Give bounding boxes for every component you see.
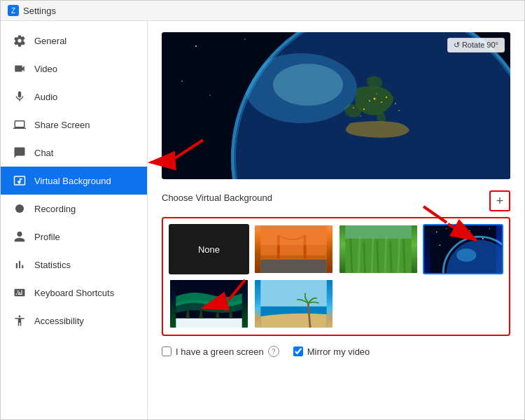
sidebar: General Video Audio Sha <box>1 21 148 419</box>
sidebar-chat-label: Chat <box>34 148 53 158</box>
svg-point-20 <box>369 100 370 102</box>
sidebar-audio-label: Audio <box>34 92 57 102</box>
svg-point-58 <box>456 248 476 262</box>
share-screen-icon <box>12 117 27 132</box>
bg-thumb-golden-gate[interactable] <box>253 224 334 274</box>
svg-point-0 <box>15 204 24 213</box>
svg-point-51 <box>456 234 457 236</box>
svg-point-26 <box>360 115 361 117</box>
rotate-button[interactable]: ↺ Rotate 90° <box>447 38 505 52</box>
svg-point-25 <box>398 110 400 111</box>
bg-thumb-green-field[interactable] <box>338 224 419 274</box>
help-icon[interactable]: ? <box>268 346 279 357</box>
titlebar: Z Settings <box>1 1 524 21</box>
app-icon: Z <box>8 5 19 16</box>
svg-point-18 <box>381 102 382 103</box>
accessibility-icon <box>12 313 27 328</box>
gear-icon <box>12 33 27 48</box>
svg-rect-60 <box>176 318 241 328</box>
sidebar-keyboard-shortcuts-label: Keyboard Shortcuts <box>34 288 114 298</box>
svg-point-10 <box>209 94 210 95</box>
virtual-background-icon <box>12 173 27 188</box>
svg-point-2 <box>195 46 197 47</box>
video-icon <box>12 61 27 76</box>
svg-point-30 <box>273 64 343 106</box>
keyboard-shortcuts-icon <box>12 285 27 300</box>
sidebar-item-chat[interactable]: Chat <box>1 139 147 167</box>
sidebar-video-label: Video <box>34 64 57 74</box>
choose-label: Choose Virtual Background <box>162 192 272 203</box>
mirror-video-checkbox[interactable] <box>293 346 303 356</box>
sidebar-general-label: General <box>34 36 66 46</box>
sidebar-item-profile[interactable]: Profile <box>1 223 147 251</box>
background-grid: None <box>162 217 510 336</box>
svg-point-50 <box>446 228 447 229</box>
bg-thumb-beach[interactable] <box>253 279 334 329</box>
bg-thumb-aurora[interactable] <box>169 279 249 329</box>
recording-icon <box>12 201 27 216</box>
sidebar-item-accessibility[interactable]: Accessibility <box>1 307 147 335</box>
sidebar-item-statistics[interactable]: Statistics <box>1 251 147 279</box>
footer-controls: I have a green screen ? Mirror my video <box>162 346 510 357</box>
svg-point-3 <box>244 38 246 40</box>
svg-line-44 <box>391 241 392 273</box>
statistics-icon <box>12 257 27 272</box>
svg-rect-47 <box>345 225 411 239</box>
svg-rect-35 <box>260 260 326 273</box>
sidebar-item-share-screen[interactable]: Share Screen <box>1 111 147 139</box>
green-screen-checkbox[interactable] <box>162 346 172 356</box>
sidebar-statistics-label: Statistics <box>34 260 71 270</box>
bg-thumb-space[interactable] <box>423 224 503 274</box>
svg-point-23 <box>353 107 354 108</box>
svg-point-54 <box>489 228 490 229</box>
sidebar-item-recording[interactable]: Recording <box>1 195 147 223</box>
preview-area: ↺ Rotate 90° <box>162 32 510 179</box>
background-grid-wrapper: None <box>162 217 510 336</box>
sidebar-virtual-background-label: Virtual Background <box>34 176 111 186</box>
svg-line-45 <box>398 238 400 273</box>
svg-rect-36 <box>260 225 326 245</box>
mirror-video-label[interactable]: Mirror my video <box>293 346 370 357</box>
svg-line-42 <box>377 240 379 273</box>
svg-line-40 <box>364 242 365 273</box>
sidebar-item-video[interactable]: Video <box>1 55 147 83</box>
window-title: Settings <box>23 6 56 16</box>
svg-point-55 <box>440 245 441 246</box>
svg-point-24 <box>395 103 396 104</box>
sidebar-share-screen-label: Share Screen <box>34 120 90 130</box>
sidebar-recording-label: Recording <box>34 204 76 214</box>
settings-window: Z Settings General Video <box>0 0 525 420</box>
sidebar-profile-label: Profile <box>34 232 60 242</box>
audio-icon <box>12 89 27 104</box>
svg-line-43 <box>385 236 386 273</box>
svg-line-41 <box>372 237 373 273</box>
svg-line-39 <box>358 235 360 273</box>
svg-point-17 <box>374 98 376 100</box>
svg-point-52 <box>469 230 470 231</box>
svg-point-21 <box>386 97 387 98</box>
sidebar-item-virtual-background[interactable]: Virtual Background <box>1 167 147 195</box>
green-screen-label[interactable]: I have a green screen ? <box>162 346 279 357</box>
svg-point-22 <box>376 93 377 94</box>
profile-icon <box>12 229 27 244</box>
content-area: General Video Audio Sha <box>1 21 524 419</box>
chat-icon <box>12 145 27 160</box>
main-content: ↺ Rotate 90° Choose Virtual Background +… <box>148 21 524 419</box>
svg-point-9 <box>181 80 183 82</box>
svg-line-46 <box>403 239 405 273</box>
add-background-button[interactable]: + <box>489 190 510 211</box>
sidebar-item-general[interactable]: General <box>1 27 147 55</box>
svg-point-49 <box>436 232 438 233</box>
svg-line-38 <box>351 239 352 273</box>
sidebar-item-audio[interactable]: Audio <box>1 83 147 111</box>
svg-point-53 <box>482 238 484 239</box>
sidebar-item-keyboard-shortcuts[interactable]: Keyboard Shortcuts <box>1 279 147 307</box>
svg-point-19 <box>363 108 365 110</box>
bg-thumb-none[interactable]: None <box>169 224 249 274</box>
sidebar-accessibility-label: Accessibility <box>34 316 84 326</box>
